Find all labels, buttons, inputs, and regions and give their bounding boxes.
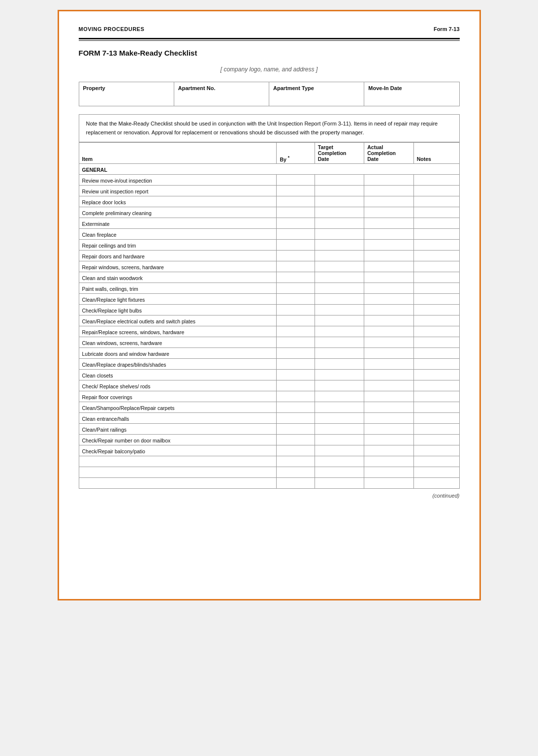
item-name: Clean entrance/halls	[79, 413, 277, 424]
by-cell	[277, 272, 315, 283]
table-row: Exterminate	[79, 218, 459, 229]
notes-cell	[413, 413, 459, 424]
actual-cell	[364, 207, 413, 218]
table-row: Complete preliminary cleaning	[79, 207, 459, 218]
table-row: Repair ceilings and trim	[79, 240, 459, 251]
target-cell	[315, 315, 364, 326]
actual-cell	[364, 380, 413, 391]
item-name: Clean/Paint railings	[79, 424, 277, 435]
target-cell	[315, 272, 364, 283]
by-cell	[277, 196, 315, 207]
by-cell	[277, 370, 315, 380]
by-cell	[277, 207, 315, 218]
target-cell	[315, 413, 364, 424]
target-cell	[315, 402, 364, 413]
col-header-target: TargetCompletionDate	[315, 143, 364, 164]
actual-cell	[364, 186, 413, 196]
notes-cell	[413, 326, 459, 337]
actual-cell	[364, 370, 413, 380]
by-cell	[277, 445, 315, 456]
table-row: Paint walls, ceilings, trim	[79, 283, 459, 294]
col-header-by: By *	[277, 143, 315, 164]
empty-row	[79, 478, 459, 489]
moving-procedures-label: MOVING PROCEDURES	[79, 26, 145, 32]
target-cell	[315, 305, 364, 315]
table-row: Clean and stain woodwork	[79, 272, 459, 283]
section-header-cell: GENERAL	[79, 164, 459, 175]
by-cell	[277, 315, 315, 326]
actual-cell	[364, 240, 413, 251]
actual-cell	[364, 445, 413, 456]
by-cell	[277, 283, 315, 294]
by-cell	[277, 402, 315, 413]
notes-cell	[413, 240, 459, 251]
table-row: Clean/Shampoo/Replace/Repair carpets	[79, 402, 459, 413]
notes-cell	[413, 261, 459, 272]
col-header-notes: Notes	[413, 143, 459, 164]
notes-cell	[413, 402, 459, 413]
item-name: Clean fireplace	[79, 229, 277, 240]
actual-cell	[364, 175, 413, 186]
item-name: Clean closets	[79, 370, 277, 380]
col-header-actual: ActualCompletionDate	[364, 143, 413, 164]
table-row: Replace door locks	[79, 196, 459, 207]
target-cell	[315, 424, 364, 435]
target-cell	[315, 391, 364, 402]
actual-cell	[364, 337, 413, 348]
form-title: FORM 7-13 Make-Ready Checklist	[79, 49, 460, 57]
col-header-item: Item	[79, 143, 277, 164]
by-cell	[277, 359, 315, 370]
by-cell	[277, 294, 315, 305]
target-cell	[315, 175, 364, 186]
by-cell	[277, 261, 315, 272]
fields-row: Property Apartment No. Apartment Type Mo…	[79, 82, 460, 106]
notes-cell	[413, 348, 459, 359]
notes-cell	[413, 272, 459, 283]
move-in-date-label: Move-In Date	[368, 85, 455, 91]
table-row: Clean/Paint railings	[79, 424, 459, 435]
item-name: Clean windows, screens, hardware	[79, 337, 277, 348]
item-name: Check/ Replace shelves/ rods	[79, 380, 277, 391]
item-name: Clean and stain woodwork	[79, 272, 277, 283]
target-cell	[315, 218, 364, 229]
item-name: Lubricate doors and window hardware	[79, 348, 277, 359]
by-cell	[277, 251, 315, 261]
table-row: Clean closets	[79, 370, 459, 380]
by-cell	[277, 348, 315, 359]
item-name: Clean/Replace electrical outlets and swi…	[79, 315, 277, 326]
table-row: Check/Repair number on door mailbox	[79, 435, 459, 445]
actual-cell	[364, 218, 413, 229]
target-cell	[315, 348, 364, 359]
item-name: Paint walls, ceilings, trim	[79, 283, 277, 294]
top-bar: MOVING PROCEDURES Form 7-13	[79, 26, 460, 32]
actual-cell	[364, 359, 413, 370]
item-name: Repair/Replace screens, windows, hardwar…	[79, 326, 277, 337]
item-name: Clean/Replace drapes/blinds/shades	[79, 359, 277, 370]
apartment-type-field: Apartment Type	[269, 82, 364, 106]
actual-cell	[364, 391, 413, 402]
actual-cell	[364, 413, 413, 424]
target-cell	[315, 359, 364, 370]
target-cell	[315, 283, 364, 294]
company-logo-area: [ company logo, name, and address ]	[79, 66, 460, 73]
table-row: Check/ Replace shelves/ rods	[79, 380, 459, 391]
item-name: Replace door locks	[79, 196, 277, 207]
table-row: Clean fireplace	[79, 229, 459, 240]
table-row: Repair windows, screens, hardware	[79, 261, 459, 272]
actual-cell	[364, 402, 413, 413]
item-name: Exterminate	[79, 218, 277, 229]
notes-cell	[413, 229, 459, 240]
actual-cell	[364, 424, 413, 435]
notes-cell	[413, 294, 459, 305]
target-cell	[315, 380, 364, 391]
note-text: Note that the Make-Ready Checklist shoul…	[86, 121, 438, 135]
item-name: Clean/Shampoo/Replace/Repair carpets	[79, 402, 277, 413]
target-cell	[315, 294, 364, 305]
actual-cell	[364, 435, 413, 445]
target-cell	[315, 435, 364, 445]
target-cell	[315, 445, 364, 456]
target-cell	[315, 186, 364, 196]
page-wrapper: MOVING PROCEDURES Form 7-13 FORM 7-13 Ma…	[58, 10, 481, 600]
target-cell	[315, 370, 364, 380]
notes-cell	[413, 359, 459, 370]
